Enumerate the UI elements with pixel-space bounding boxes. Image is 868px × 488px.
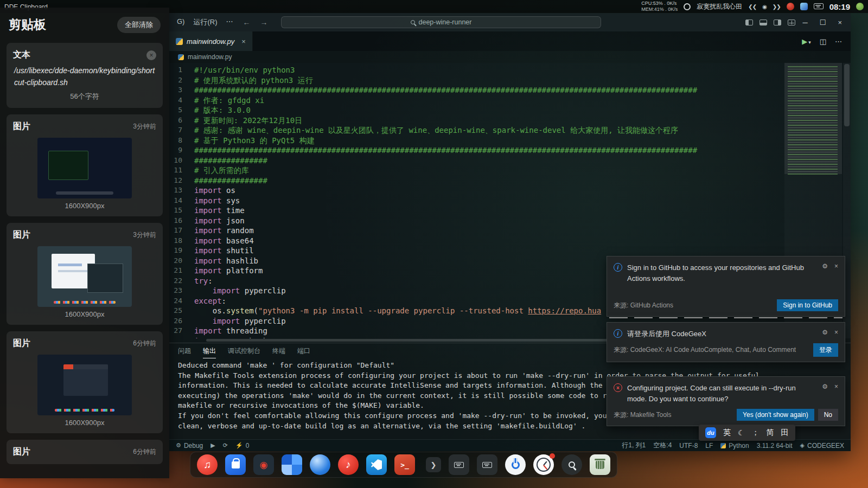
notification-close-icon[interactable]: × — [834, 329, 838, 339]
panel-tab[interactable]: 端口 — [297, 344, 310, 358]
nav-back-icon[interactable]: ← — [243, 18, 251, 27]
minimap-content — [788, 66, 838, 175]
media-play-icon[interactable]: ◉ — [762, 4, 767, 10]
split-editor-icon[interactable]: ◫ — [820, 37, 826, 46]
statusbar-indentation[interactable]: 空格:4 — [653, 441, 672, 450]
run-python-file-button[interactable]: ▶▾ — [802, 37, 811, 46]
clipboard-item[interactable]: 图片3分钟前1600X900px — [7, 114, 163, 216]
ime-punctuation-mode[interactable]: ； — [752, 428, 760, 438]
dock-netease-music[interactable]: ♪ — [338, 454, 359, 475]
clipboard-item[interactable]: 图片3分钟前1600X900px — [7, 223, 163, 325]
window-close-button[interactable]: × — [838, 18, 842, 27]
ime-logo[interactable]: du — [705, 427, 716, 438]
ime-simplified-mode[interactable]: 简 — [767, 428, 774, 438]
dock-shutdown[interactable] — [505, 454, 526, 475]
notification-settings-icon[interactable]: ⚙ — [822, 262, 828, 284]
notification-settings-icon[interactable]: ⚙ — [822, 329, 828, 339]
ime-panel-grid[interactable]: 田 — [781, 428, 789, 438]
code-line: 11# 引入所需的库 — [169, 165, 779, 176]
notification-button[interactable]: Yes (don't show again) — [737, 409, 814, 421]
notification-button[interactable]: Sign in to GitHub — [777, 299, 838, 311]
nav-forward-icon[interactable]: → — [260, 18, 268, 27]
menu-item[interactable]: G) — [177, 17, 184, 27]
menu-item[interactable]: ⋯ — [226, 17, 233, 27]
clear-all-button[interactable]: 全部清除 — [117, 17, 161, 33]
window-maximize-button[interactable]: ☐ — [820, 18, 826, 27]
toggle-sidebar-icon[interactable] — [745, 20, 753, 25]
customize-layout-icon[interactable] — [788, 20, 795, 25]
statusbar-python-interpreter[interactable]: 3.11.2 64-bit — [757, 442, 793, 450]
vscode-titlebar[interactable]: G)运行(R)⋯ ← → deep-wine-runner ─ ☐ × — [169, 13, 851, 31]
code-line: 3#######################################… — [169, 85, 779, 95]
panel-tab[interactable]: 调试控制台 — [228, 344, 260, 358]
notification-close-icon[interactable]: × — [834, 383, 838, 404]
dock-clock[interactable] — [533, 454, 554, 475]
tray-keyboard-icon[interactable] — [814, 2, 824, 11]
gear-icon: ⚙ — [176, 442, 181, 449]
code-text: os.system("python3 -m pip install --upgr… — [194, 306, 601, 316]
statusbar-language-mode[interactable]: Python — [720, 442, 749, 450]
clip-close-button[interactable]: × — [146, 50, 156, 60]
line-number: 17 — [169, 226, 194, 236]
layout-controls — [745, 20, 795, 25]
scrollbar-thumb[interactable] — [844, 64, 850, 126]
statusbar-encoding[interactable]: UTF-8 — [679, 442, 698, 450]
dock-wine-app[interactable] — [282, 454, 302, 475]
dock-app-store[interactable] — [225, 454, 246, 475]
notification: iSign in to GitHub to access your reposi… — [607, 256, 845, 317]
dock-expand[interactable]: ❯ — [426, 457, 441, 472]
notification-button[interactable]: No — [818, 409, 838, 421]
menu-item[interactable]: 运行(R) — [193, 17, 217, 27]
tray-monitor-icon[interactable] — [684, 3, 691, 10]
notification-settings-icon[interactable]: ⚙ — [822, 383, 828, 404]
clipboard-item[interactable]: 图片6分钟前 — [7, 440, 163, 464]
editor-more-actions-icon[interactable]: ⋯ — [835, 37, 842, 46]
statusbar-debug[interactable]: ⚙Debug — [176, 442, 203, 450]
dock-terminal[interactable]: >_ — [394, 454, 415, 475]
dock-deepin-music[interactable]: ♫ — [197, 454, 218, 475]
clip-type-label: 图片 — [13, 338, 133, 349]
panel-tab[interactable]: 问题 — [178, 344, 191, 358]
clipboard-item[interactable]: 图片6分钟前1600X900px — [7, 331, 163, 433]
tray-safety-icon[interactable] — [856, 3, 864, 10]
dock-vscode-icon — [371, 459, 382, 470]
ime-lang-mode[interactable]: 英 — [723, 428, 731, 438]
statusbar-ports[interactable]: ⚡0 — [235, 442, 249, 450]
media-previous-icon[interactable]: ❮❮ — [748, 4, 756, 10]
statusbar-run[interactable]: ▶ — [210, 442, 215, 449]
tab-close-icon[interactable]: × — [241, 37, 246, 46]
panel-tab[interactable]: 输出 — [203, 344, 216, 358]
code-text: #!/usr/bin/env python3 — [194, 65, 295, 75]
statusbar-eol[interactable]: LF — [705, 442, 713, 450]
breadcrumb[interactable]: mainwindow.py — [169, 51, 851, 63]
panel-tab[interactable]: 终端 — [272, 344, 285, 358]
dock-keyboard-layout[interactable] — [449, 454, 469, 475]
tray-netease-icon[interactable] — [787, 3, 794, 10]
ime-night-mode[interactable]: ☾ — [738, 428, 745, 437]
dock-trash[interactable] — [590, 454, 610, 475]
notification: i请登录后使用 CodeGeeX⚙×来源: CodeGeeX: AI Code … — [607, 322, 845, 362]
code-text: try: — [194, 276, 213, 286]
dock-grand-search[interactable] — [561, 454, 582, 475]
code-text: except: — [194, 296, 226, 306]
window-minimize-button[interactable]: ─ — [803, 18, 808, 27]
dock-virtual-keyboard[interactable] — [477, 454, 497, 475]
toggle-secondary-sidebar-icon[interactable] — [774, 20, 781, 25]
notification-close-icon[interactable]: × — [834, 262, 838, 284]
notification-button[interactable]: 登录 — [813, 343, 838, 357]
toggle-panel-icon[interactable] — [760, 20, 767, 25]
dock-browser[interactable] — [310, 454, 330, 475]
media-next-icon[interactable]: ❯❯ — [773, 4, 781, 10]
dock-screen-recorder[interactable]: ◉ — [253, 454, 274, 475]
editor-tab-mainwindow[interactable]: mainwindow.py × — [169, 31, 253, 51]
statusbar-codegeex[interactable]: ◈CODEGEEX — [800, 442, 844, 450]
statusbar-restart[interactable]: ⟳ — [223, 442, 228, 449]
clipboard-item[interactable]: 文本×/usr/libexec/dde-daemon/keybinding/sh… — [7, 43, 163, 108]
search-value: deep-wine-runner — [419, 18, 472, 26]
scrollbar-thumb[interactable] — [206, 339, 618, 342]
tray-launcher-icon[interactable] — [800, 3, 808, 10]
command-center-search[interactable]: deep-wine-runner — [281, 16, 601, 28]
topbar-clock[interactable]: 08:19 — [829, 2, 850, 11]
statusbar-cursor-position[interactable]: 行1, 列1 — [622, 441, 646, 450]
dock-vscode[interactable] — [366, 454, 387, 475]
